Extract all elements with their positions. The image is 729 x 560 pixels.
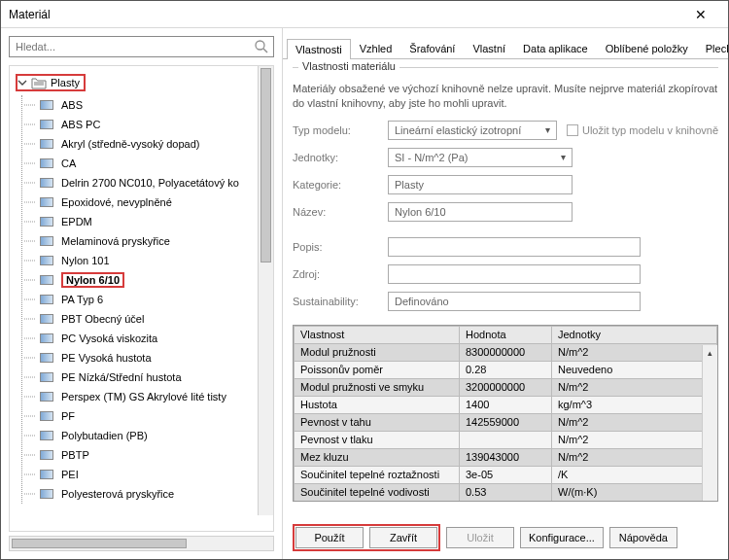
config-button[interactable]: Konfigurace...	[520, 527, 604, 548]
table-row[interactable]: Hustota1400kg/m^3	[295, 396, 717, 413]
table-cell[interactable]: Modul pružnosti ve smyku	[295, 378, 460, 396]
save-type-checkbox[interactable]: Uložit typ modelu v knihovně	[567, 124, 718, 136]
table-cell[interactable]: N/m^2	[552, 343, 717, 361]
table-cell[interactable]: Pevnost v tahu	[295, 413, 460, 431]
table-cell[interactable]: Neuvedeno	[552, 361, 717, 378]
model-type-combo[interactable]: Lineární elastický izotropní ▾	[388, 121, 557, 140]
table-row[interactable]: Mez kluzu139043000N/m^2	[295, 448, 717, 466]
material-swatch-icon	[40, 431, 53, 440]
table-cell[interactable]: 3200000000	[460, 378, 552, 396]
material-properties-group: Vlastnosti materiálu	[293, 67, 718, 76]
tree-item[interactable]: Epoxidové, nevyplněné	[22, 192, 273, 212]
close-icon[interactable]: ✕	[681, 7, 720, 22]
table-cell[interactable]: Pevnost v tlaku	[295, 431, 460, 448]
tree-item-label: ABS PC	[61, 119, 100, 130]
tree-root[interactable]: Plasty	[10, 72, 273, 93]
table-cell[interactable]: N/m^2	[552, 448, 717, 466]
tab-vlastnosti[interactable]: Vlastnosti	[287, 39, 351, 59]
category-field[interactable]: Plasty	[388, 175, 573, 194]
table-cell[interactable]: Hustota	[295, 396, 460, 413]
search-input[interactable]	[14, 40, 254, 53]
properties-table[interactable]: VlastnostHodnotaJednotky Modul pružnosti…	[294, 326, 717, 502]
tree-item[interactable]: PEI	[22, 465, 273, 484]
table-header[interactable]: Vlastnost	[295, 326, 460, 343]
table-cell[interactable]: kg/m^3	[552, 396, 717, 413]
table-cell[interactable]: W/(m·K)	[552, 483, 717, 501]
tree-item[interactable]: Perspex (TM) GS Akrylové lité tisty	[22, 387, 273, 406]
tree-item[interactable]: PE Nízká/Střední hustota	[22, 368, 273, 387]
tree-item[interactable]: ABS	[22, 95, 273, 115]
tab-vzhled[interactable]: Vzhled	[351, 38, 401, 58]
category-label: Kategorie:	[293, 179, 380, 191]
chevron-down-icon[interactable]	[17, 78, 27, 88]
table-cell[interactable]: Mez kluzu	[295, 448, 460, 466]
tree-item-label: PBTP	[61, 449, 89, 461]
material-swatch-icon	[40, 295, 53, 304]
desc-label: Popis:	[293, 241, 380, 253]
tree-scrollbar-horizontal[interactable]	[9, 536, 274, 551]
table-header[interactable]: Hodnota	[460, 326, 552, 343]
tab--rafov-n-[interactable]: Šrafování	[400, 38, 464, 58]
tree-item[interactable]: PF	[22, 406, 273, 426]
tab-vlastn-[interactable]: Vlastní	[464, 38, 514, 58]
table-cell[interactable]: 0.53	[460, 483, 552, 501]
tree-item[interactable]: ABS PC	[22, 115, 273, 134]
tab-data-aplikace[interactable]: Data aplikace	[514, 38, 597, 58]
scroll-thumb[interactable]	[12, 539, 187, 548]
tree-item[interactable]: PBT Obecný účel	[22, 309, 273, 329]
scroll-up-icon[interactable]: ▴	[703, 345, 717, 361]
table-row[interactable]: Modul pružnosti ve smyku3200000000N/m^2	[295, 378, 717, 396]
table-cell[interactable]: Součinitel tepelné roztažnosti	[295, 466, 460, 483]
table-cell[interactable]: 3e-05	[460, 466, 552, 483]
tree-item[interactable]: Delrin 2700 NC010, Polyacetátový ko	[22, 173, 273, 192]
tree-item[interactable]: Nylon 6/10	[22, 270, 273, 290]
desc-field[interactable]	[388, 237, 641, 257]
table-header[interactable]: Jednotky	[552, 326, 717, 343]
source-field[interactable]	[388, 264, 641, 284]
table-row[interactable]: Pevnost v tahu142559000N/m^2	[295, 413, 717, 431]
table-cell[interactable]: Modul pružnosti	[295, 343, 460, 361]
table-row[interactable]: Modul pružnosti8300000000N/m^2	[295, 343, 717, 361]
tree-item[interactable]: PA Typ 6	[22, 290, 273, 309]
table-row[interactable]: Součinitel tepelné roztažnosti3e-05/K	[295, 466, 717, 483]
table-scrollbar-vertical[interactable]: ▴	[702, 345, 717, 501]
save-button[interactable]: Uložit	[446, 527, 514, 548]
close-button[interactable]: Zavřít	[369, 527, 437, 548]
help-button[interactable]: Nápověda	[609, 527, 677, 548]
tree-item[interactable]: PE Vysoká hustota	[22, 348, 273, 368]
table-cell[interactable]: Poissonův poměr	[295, 361, 460, 378]
tree-item[interactable]: Akryl (středně-vysoký dopad)	[22, 134, 273, 154]
table-row[interactable]: Součinitel tepelné vodivosti0.53W/(m·K)	[295, 483, 717, 501]
table-cell[interactable]: /K	[552, 466, 717, 483]
tree-item[interactable]: EPDM	[22, 212, 273, 231]
table-cell[interactable]: Součinitel tepelné vodivosti	[295, 483, 460, 501]
tree-item[interactable]: Melaminová pryskyřice	[22, 231, 273, 251]
table-row[interactable]: Pevnost v tlakuN/m^2	[295, 431, 717, 448]
table-cell[interactable]: N/m^2	[552, 413, 717, 431]
sustainability-field[interactable]: Definováno	[388, 292, 641, 311]
tree-scrollbar-vertical[interactable]	[258, 66, 273, 515]
tab-plech[interactable]: Plech	[697, 38, 728, 58]
table-cell[interactable]: N/m^2	[552, 378, 717, 396]
scroll-thumb[interactable]	[260, 68, 271, 262]
table-cell[interactable]: N/m^2	[552, 431, 717, 448]
tree-item[interactable]: Nylon 101	[22, 251, 273, 270]
table-cell[interactable]	[460, 431, 552, 448]
tab-obl-ben-polo-ky[interactable]: Oblíbené položky	[597, 38, 697, 58]
tree-item[interactable]: Polyesterová pryskyřice	[22, 484, 273, 504]
tree-item[interactable]: PC Vysoká viskozita	[22, 329, 273, 348]
table-row[interactable]: Poissonův poměr0.28Neuvedeno	[295, 361, 717, 378]
tree-item[interactable]: CA	[22, 154, 273, 173]
table-cell[interactable]: 139043000	[460, 448, 552, 466]
table-cell[interactable]: 0.28	[460, 361, 552, 378]
tree-item[interactable]: PBTP	[22, 445, 273, 465]
readonly-hint: Materiály obsažené ve výchozí knihovně n…	[293, 82, 718, 111]
table-cell[interactable]: 8300000000	[460, 343, 552, 361]
search-icon[interactable]	[254, 39, 269, 54]
table-cell[interactable]: 1400	[460, 396, 552, 413]
tree-item[interactable]: Polybutadien (PB)	[22, 426, 273, 445]
table-cell[interactable]: 142559000	[460, 413, 552, 431]
apply-button[interactable]: Použít	[295, 527, 364, 548]
units-combo[interactable]: SI - N/m^2 (Pa) ▾	[388, 148, 573, 167]
name-field[interactable]: Nylon 6/10	[388, 202, 573, 222]
